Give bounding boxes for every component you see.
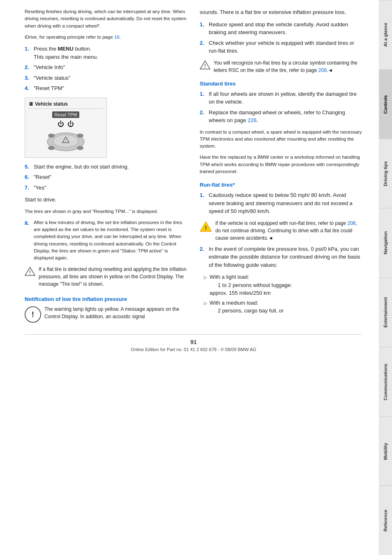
step-3: 3. "Vehicle status" (25, 74, 187, 82)
right-step-1: 1. Reduce speed and stop the vehicle car… (200, 21, 362, 37)
warning-triangle-icon: ! (200, 220, 212, 233)
run-flat-heading: Run-flat tires* (200, 182, 362, 188)
standard-tires-heading: Standard tires (200, 81, 362, 87)
reset-tpm-button: Reset TPM (52, 111, 80, 118)
bullet-medium-load: ▷ With a medium load: 2 persons, cargo b… (204, 299, 362, 315)
sounds-text: sounds. There is a flat tire or extensiv… (200, 8, 362, 16)
svg-point-13 (205, 67, 205, 68)
car-display: Reset TPM ⏻ ⏻ (28, 111, 103, 154)
run-flat-warning-text: If the vehicle is not equipped with run-… (215, 220, 362, 242)
svg-point-2 (48, 134, 55, 138)
notification-box: ! The warning lamp lights up yellow. A m… (25, 305, 187, 323)
flat-tire-note: If a flat tire is detected during resett… (25, 266, 187, 288)
svg-point-4 (48, 146, 55, 150)
start-to-drive: Start to drive. (25, 196, 187, 204)
run-flat-note-box: You will recognize run-flat tires by a c… (200, 59, 362, 74)
tab-communications[interactable]: Communications (379, 347, 392, 416)
svg-text:!: ! (65, 139, 66, 143)
vehicle-status-box: 🖥 Vehicle status Reset TPM ⏻ ⏻ (25, 97, 107, 158)
notification-text: The warning lamp lights up yellow. A mes… (44, 305, 187, 320)
tab-mobility[interactable]: Mobility (379, 416, 392, 486)
tab-reference[interactable]: Reference (379, 486, 392, 555)
power-icon: ⏻ (58, 120, 64, 128)
run-flat-step-2: 2. In the event of complete tire pressur… (200, 245, 362, 269)
triangle-note-icon (25, 266, 35, 276)
flat-tire-text: If a flat tire is detected during resett… (39, 266, 187, 288)
car-icon: ⏻ (67, 120, 74, 128)
step-4: 4. "Reset TPM" (25, 84, 187, 92)
tab-entertainment[interactable]: Entertainment (379, 278, 392, 347)
svg-text:!: ! (205, 224, 207, 231)
footer: 91 Online Edition for Part no. 01 41 2 6… (25, 334, 362, 352)
step-5: 5. Start the engine, but do not start dr… (25, 163, 187, 171)
notification-heading: Notification of low tire inflation press… (25, 296, 187, 302)
footer-text: Online Edition for Part no. 01 41 2 602 … (131, 347, 256, 352)
step-1: 1. Press the MENU button.This opens the … (25, 45, 187, 61)
tab-controls[interactable]: Controls (379, 69, 392, 139)
step-2: 2. "Vehicle Info" (25, 63, 187, 72)
tab-at-a-glance[interactable]: At a glance (379, 0, 392, 69)
tires-gray-text: The tires are shown in gray and "Resetti… (25, 208, 187, 215)
vehicle-status-title: 🖥 Vehicle status (28, 101, 103, 109)
step-6: 6. "Reset" (25, 173, 187, 181)
step-7: 7. "Yes" (25, 184, 187, 192)
page-number: 91 (25, 339, 362, 345)
right-step-2: 2. Check whether your vehicle is equippe… (200, 39, 362, 55)
car-icons-row: ⏻ ⏻ (58, 120, 74, 128)
lamp-icon: ! (25, 306, 41, 323)
standard-step-2: 2. Replace the damaged wheel or wheels, … (200, 109, 362, 125)
idrive-text: iDrive, for operating principle refer to… (25, 34, 187, 41)
run-flat-step-1: 1. Cautiously reduce speed to below 50 m… (200, 191, 362, 215)
standard-step-1: 1. If all four wheels are shown in yello… (200, 90, 362, 106)
tab-navigation[interactable]: Navigation (379, 208, 392, 278)
run-flat-warning-box: ! If the vehicle is not equipped with ru… (200, 220, 362, 242)
svg-point-10 (30, 274, 30, 275)
step-8: 8. After a few minutes of driving, the s… (25, 219, 187, 262)
car-diagram: ! (41, 130, 90, 154)
run-flat-note-text: You will recognize run-flat tires by a c… (214, 59, 362, 74)
contrast-text: In contrast to a compact wheel, a spare … (200, 129, 362, 150)
bullet-light-load: ▷ With a light load: 1 to 2 persons with… (204, 273, 362, 297)
workshop-text: Have the tire replaced by a BMW center o… (200, 154, 362, 175)
svg-point-3 (77, 134, 83, 138)
tab-bar: At a glance Controls Driving tips Naviga… (379, 0, 392, 555)
intro-text: Resetting finishes during driving, which… (25, 8, 187, 30)
triangle-note-icon-2 (200, 60, 210, 70)
svg-point-5 (77, 146, 83, 150)
tab-driving-tips[interactable]: Driving tips (379, 139, 392, 208)
